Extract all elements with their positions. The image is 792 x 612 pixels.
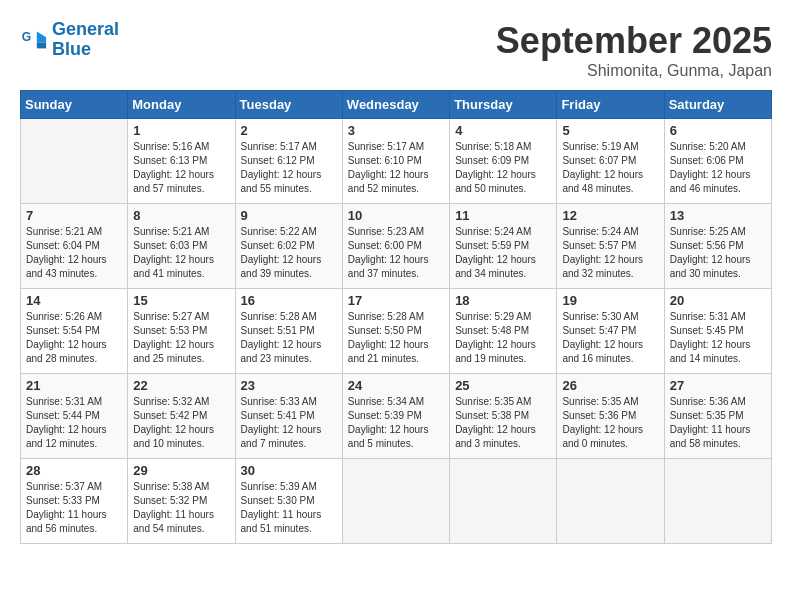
day-number: 6 xyxy=(670,123,766,138)
calendar-cell: 3Sunrise: 5:17 AM Sunset: 6:10 PM Daylig… xyxy=(342,119,449,204)
day-number: 14 xyxy=(26,293,122,308)
day-number: 10 xyxy=(348,208,444,223)
calendar-cell: 15Sunrise: 5:27 AM Sunset: 5:53 PM Dayli… xyxy=(128,289,235,374)
day-number: 19 xyxy=(562,293,658,308)
calendar-cell xyxy=(557,459,664,544)
calendar-cell: 26Sunrise: 5:35 AM Sunset: 5:36 PM Dayli… xyxy=(557,374,664,459)
cell-info: Sunrise: 5:35 AM Sunset: 5:38 PM Dayligh… xyxy=(455,395,551,451)
calendar-cell: 16Sunrise: 5:28 AM Sunset: 5:51 PM Dayli… xyxy=(235,289,342,374)
day-number: 22 xyxy=(133,378,229,393)
calendar-cell: 27Sunrise: 5:36 AM Sunset: 5:35 PM Dayli… xyxy=(664,374,771,459)
svg-marker-1 xyxy=(37,31,46,42)
day-number: 27 xyxy=(670,378,766,393)
cell-info: Sunrise: 5:26 AM Sunset: 5:54 PM Dayligh… xyxy=(26,310,122,366)
cell-info: Sunrise: 5:21 AM Sunset: 6:03 PM Dayligh… xyxy=(133,225,229,281)
calendar-week-4: 21Sunrise: 5:31 AM Sunset: 5:44 PM Dayli… xyxy=(21,374,772,459)
day-number: 25 xyxy=(455,378,551,393)
calendar-cell: 30Sunrise: 5:39 AM Sunset: 5:30 PM Dayli… xyxy=(235,459,342,544)
day-number: 9 xyxy=(241,208,337,223)
calendar-cell xyxy=(342,459,449,544)
day-number: 2 xyxy=(241,123,337,138)
calendar-week-2: 7Sunrise: 5:21 AM Sunset: 6:04 PM Daylig… xyxy=(21,204,772,289)
calendar-cell: 2Sunrise: 5:17 AM Sunset: 6:12 PM Daylig… xyxy=(235,119,342,204)
day-number: 26 xyxy=(562,378,658,393)
cell-info: Sunrise: 5:27 AM Sunset: 5:53 PM Dayligh… xyxy=(133,310,229,366)
cell-info: Sunrise: 5:34 AM Sunset: 5:39 PM Dayligh… xyxy=(348,395,444,451)
calendar-cell: 19Sunrise: 5:30 AM Sunset: 5:47 PM Dayli… xyxy=(557,289,664,374)
day-number: 11 xyxy=(455,208,551,223)
day-number: 18 xyxy=(455,293,551,308)
logo: G General Blue xyxy=(20,20,119,60)
day-number: 1 xyxy=(133,123,229,138)
day-number: 30 xyxy=(241,463,337,478)
calendar-cell: 6Sunrise: 5:20 AM Sunset: 6:06 PM Daylig… xyxy=(664,119,771,204)
cell-info: Sunrise: 5:28 AM Sunset: 5:50 PM Dayligh… xyxy=(348,310,444,366)
calendar-cell: 17Sunrise: 5:28 AM Sunset: 5:50 PM Dayli… xyxy=(342,289,449,374)
weekday-header-monday: Monday xyxy=(128,91,235,119)
calendar-cell: 24Sunrise: 5:34 AM Sunset: 5:39 PM Dayli… xyxy=(342,374,449,459)
cell-info: Sunrise: 5:21 AM Sunset: 6:04 PM Dayligh… xyxy=(26,225,122,281)
cell-info: Sunrise: 5:36 AM Sunset: 5:35 PM Dayligh… xyxy=(670,395,766,451)
day-number: 16 xyxy=(241,293,337,308)
calendar-cell: 5Sunrise: 5:19 AM Sunset: 6:07 PM Daylig… xyxy=(557,119,664,204)
calendar-week-1: 1Sunrise: 5:16 AM Sunset: 6:13 PM Daylig… xyxy=(21,119,772,204)
day-number: 13 xyxy=(670,208,766,223)
svg-marker-2 xyxy=(37,43,46,49)
cell-info: Sunrise: 5:18 AM Sunset: 6:09 PM Dayligh… xyxy=(455,140,551,196)
cell-info: Sunrise: 5:16 AM Sunset: 6:13 PM Dayligh… xyxy=(133,140,229,196)
cell-info: Sunrise: 5:20 AM Sunset: 6:06 PM Dayligh… xyxy=(670,140,766,196)
calendar-cell: 25Sunrise: 5:35 AM Sunset: 5:38 PM Dayli… xyxy=(450,374,557,459)
day-number: 5 xyxy=(562,123,658,138)
cell-info: Sunrise: 5:38 AM Sunset: 5:32 PM Dayligh… xyxy=(133,480,229,536)
calendar-cell: 21Sunrise: 5:31 AM Sunset: 5:44 PM Dayli… xyxy=(21,374,128,459)
weekday-header-thursday: Thursday xyxy=(450,91,557,119)
cell-info: Sunrise: 5:17 AM Sunset: 6:12 PM Dayligh… xyxy=(241,140,337,196)
calendar-cell: 14Sunrise: 5:26 AM Sunset: 5:54 PM Dayli… xyxy=(21,289,128,374)
day-number: 20 xyxy=(670,293,766,308)
day-number: 17 xyxy=(348,293,444,308)
calendar-cell: 10Sunrise: 5:23 AM Sunset: 6:00 PM Dayli… xyxy=(342,204,449,289)
day-number: 28 xyxy=(26,463,122,478)
calendar-cell xyxy=(450,459,557,544)
day-number: 29 xyxy=(133,463,229,478)
calendar-cell: 11Sunrise: 5:24 AM Sunset: 5:59 PM Dayli… xyxy=(450,204,557,289)
cell-info: Sunrise: 5:31 AM Sunset: 5:44 PM Dayligh… xyxy=(26,395,122,451)
cell-info: Sunrise: 5:22 AM Sunset: 6:02 PM Dayligh… xyxy=(241,225,337,281)
calendar-cell: 18Sunrise: 5:29 AM Sunset: 5:48 PM Dayli… xyxy=(450,289,557,374)
calendar-cell: 13Sunrise: 5:25 AM Sunset: 5:56 PM Dayli… xyxy=(664,204,771,289)
day-number: 15 xyxy=(133,293,229,308)
cell-info: Sunrise: 5:24 AM Sunset: 5:59 PM Dayligh… xyxy=(455,225,551,281)
calendar-cell: 7Sunrise: 5:21 AM Sunset: 6:04 PM Daylig… xyxy=(21,204,128,289)
cell-info: Sunrise: 5:31 AM Sunset: 5:45 PM Dayligh… xyxy=(670,310,766,366)
calendar-cell: 12Sunrise: 5:24 AM Sunset: 5:57 PM Dayli… xyxy=(557,204,664,289)
calendar-cell: 4Sunrise: 5:18 AM Sunset: 6:09 PM Daylig… xyxy=(450,119,557,204)
day-number: 4 xyxy=(455,123,551,138)
calendar-cell: 28Sunrise: 5:37 AM Sunset: 5:33 PM Dayli… xyxy=(21,459,128,544)
weekday-header-tuesday: Tuesday xyxy=(235,91,342,119)
calendar-cell: 9Sunrise: 5:22 AM Sunset: 6:02 PM Daylig… xyxy=(235,204,342,289)
day-number: 3 xyxy=(348,123,444,138)
weekday-header-wednesday: Wednesday xyxy=(342,91,449,119)
calendar-week-3: 14Sunrise: 5:26 AM Sunset: 5:54 PM Dayli… xyxy=(21,289,772,374)
logo-line2: Blue xyxy=(52,39,91,59)
calendar-cell: 23Sunrise: 5:33 AM Sunset: 5:41 PM Dayli… xyxy=(235,374,342,459)
cell-info: Sunrise: 5:29 AM Sunset: 5:48 PM Dayligh… xyxy=(455,310,551,366)
cell-info: Sunrise: 5:24 AM Sunset: 5:57 PM Dayligh… xyxy=(562,225,658,281)
calendar-cell: 22Sunrise: 5:32 AM Sunset: 5:42 PM Dayli… xyxy=(128,374,235,459)
calendar-table: SundayMondayTuesdayWednesdayThursdayFrid… xyxy=(20,90,772,544)
calendar-cell xyxy=(664,459,771,544)
calendar-cell: 29Sunrise: 5:38 AM Sunset: 5:32 PM Dayli… xyxy=(128,459,235,544)
weekday-header-saturday: Saturday xyxy=(664,91,771,119)
location: Shimonita, Gunma, Japan xyxy=(496,62,772,80)
calendar-cell: 1Sunrise: 5:16 AM Sunset: 6:13 PM Daylig… xyxy=(128,119,235,204)
page-header: G General Blue September 2025 Shimonita,… xyxy=(20,20,772,80)
day-number: 24 xyxy=(348,378,444,393)
day-number: 21 xyxy=(26,378,122,393)
weekday-header-sunday: Sunday xyxy=(21,91,128,119)
cell-info: Sunrise: 5:17 AM Sunset: 6:10 PM Dayligh… xyxy=(348,140,444,196)
day-number: 8 xyxy=(133,208,229,223)
logo-line1: General xyxy=(52,19,119,39)
cell-info: Sunrise: 5:35 AM Sunset: 5:36 PM Dayligh… xyxy=(562,395,658,451)
day-number: 12 xyxy=(562,208,658,223)
cell-info: Sunrise: 5:23 AM Sunset: 6:00 PM Dayligh… xyxy=(348,225,444,281)
